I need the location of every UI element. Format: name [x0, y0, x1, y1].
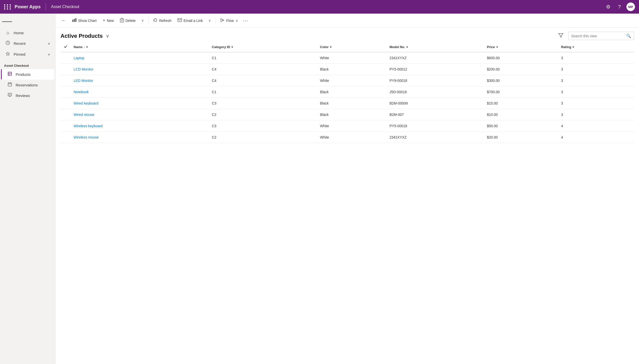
recent-chevron-icon: ∨	[48, 42, 50, 45]
table-row: LED Monitor C4 White PY9-00018 $300.00 3	[60, 75, 634, 86]
row-checkbox[interactable]	[60, 52, 71, 64]
price-column-header[interactable]: Price ∨	[484, 42, 558, 52]
row-checkbox[interactable]	[60, 98, 71, 109]
model-no-column-header[interactable]: Model No. ∨	[386, 42, 484, 52]
row-checkbox[interactable]	[60, 86, 71, 98]
color-column-header[interactable]: Color ∨	[317, 42, 387, 52]
row-rating: 3	[558, 98, 634, 109]
category-id-column-header[interactable]: Category ID ∨	[209, 42, 317, 52]
name-sort-asc-icon: ↑	[83, 46, 85, 49]
view-header: Active Products ∨ 🔍	[55, 28, 639, 42]
row-price: $50.00	[484, 120, 558, 132]
sidebar-pinned-label: Pinned	[14, 52, 45, 56]
filter-icon[interactable]	[558, 33, 563, 39]
row-name[interactable]: LCD Monitor	[71, 64, 209, 75]
row-color: White	[317, 75, 387, 86]
email-link-button[interactable]: Email a Link	[175, 17, 205, 24]
name-col-label: Name	[74, 45, 82, 49]
search-input[interactable]	[571, 34, 624, 38]
row-category-id: C2	[209, 109, 317, 120]
table-row: Wired mouse C2 Black B2M-007 $10.00 3	[60, 109, 634, 120]
row-price: $20.00	[484, 132, 558, 143]
svg-rect-15	[120, 19, 124, 22]
home-icon: ⌂	[5, 30, 11, 36]
view-title: Active Products	[60, 33, 103, 39]
view-title-chevron-icon[interactable]: ∨	[106, 33, 109, 39]
email-dropdown-button[interactable]: ∨	[206, 17, 213, 24]
top-bar: Power Apps Asset Checkout ⚙ ? MP	[0, 0, 639, 14]
row-name[interactable]: Notebook	[71, 86, 209, 98]
row-name[interactable]: Wired mouse	[71, 109, 209, 120]
rating-sort-icon: ∨	[572, 45, 574, 49]
flow-label: Flow	[226, 19, 234, 23]
category-sort-icon: ∨	[231, 45, 233, 49]
row-color: White	[317, 52, 387, 64]
show-chart-label: Show Chart	[78, 19, 97, 23]
sidebar-products-label: Products	[16, 72, 31, 77]
content-area: ← Show Chart + New	[55, 14, 639, 364]
row-name[interactable]: Laptop	[71, 52, 209, 64]
delete-dropdown-button[interactable]: ∨	[139, 17, 146, 24]
main-layout: ⌂ Home Recent ∨ Pinned ∨ Asset Checkout	[0, 14, 639, 364]
svg-marker-23	[559, 34, 563, 37]
row-name[interactable]: LED Monitor	[71, 75, 209, 86]
row-rating: 3	[558, 52, 634, 64]
name-col-chevron-icon: ∨	[86, 45, 88, 49]
row-price: $200.00	[484, 64, 558, 75]
new-button[interactable]: + New	[100, 16, 116, 25]
more-options-button[interactable]: ⋯	[241, 17, 250, 25]
svg-rect-9	[8, 93, 12, 96]
sidebar-item-recent[interactable]: Recent ∨	[1, 38, 54, 49]
search-box[interactable]: 🔍	[568, 32, 634, 40]
delete-label: Delete	[126, 19, 136, 23]
help-icon[interactable]: ?	[615, 3, 623, 11]
settings-icon[interactable]: ⚙	[604, 3, 612, 11]
row-name[interactable]: Wireless keyboard	[71, 120, 209, 132]
hamburger-menu-button[interactable]	[2, 17, 12, 27]
row-category-id: C1	[209, 86, 317, 98]
row-price: $600.00	[484, 52, 558, 64]
row-price: $15.00	[484, 98, 558, 109]
row-color: Black	[317, 64, 387, 75]
sidebar-item-reservations[interactable]: Reservations	[1, 80, 54, 90]
sidebar-item-home[interactable]: ⌂ Home	[1, 28, 54, 38]
name-column-header[interactable]: Name ↑ ∨	[71, 42, 209, 52]
table-row: LCD Monitor C4 Black PY5-00012 $200.00 3	[60, 64, 634, 75]
row-price: $700.00	[484, 86, 558, 98]
row-name[interactable]: Wired keyboard	[71, 98, 209, 109]
row-checkbox[interactable]	[60, 109, 71, 120]
model-col-label: Model No.	[389, 45, 405, 49]
brand-name: Power Apps	[15, 4, 41, 10]
row-color: Black	[317, 86, 387, 98]
price-col-label: Price	[487, 45, 495, 49]
row-name[interactable]: Wireless mouse	[71, 132, 209, 143]
top-bar-divider	[46, 3, 46, 10]
row-checkbox[interactable]	[60, 132, 71, 143]
sidebar-item-reviews[interactable]: Reviews	[1, 90, 54, 101]
sidebar-item-products[interactable]: Products	[1, 69, 54, 80]
new-label: New	[107, 19, 114, 23]
row-model-no: PY5-00018	[386, 120, 484, 132]
row-rating: 4	[558, 132, 634, 143]
delete-button[interactable]: Delete	[117, 16, 138, 25]
apps-grid-icon[interactable]	[4, 4, 12, 10]
row-price: $10.00	[484, 109, 558, 120]
email-link-label: Email a Link	[184, 19, 203, 23]
row-color: White	[317, 132, 387, 143]
price-sort-icon: ∨	[496, 45, 498, 49]
row-checkbox[interactable]	[60, 64, 71, 75]
row-checkbox[interactable]	[60, 75, 71, 86]
rating-column-header[interactable]: Rating ∨	[558, 42, 634, 52]
back-button[interactable]: ←	[59, 17, 68, 25]
refresh-button[interactable]: Refresh	[150, 16, 174, 25]
sidebar-item-pinned[interactable]: Pinned ∨	[1, 49, 54, 60]
svg-rect-1	[8, 72, 12, 76]
table-row: Wired keyboard C3 Black B2M-00009 $15.00…	[60, 98, 634, 109]
avatar[interactable]: MP	[626, 3, 635, 11]
flow-button[interactable]: Flow ∨	[218, 16, 240, 25]
row-checkbox[interactable]	[60, 120, 71, 132]
select-all-column[interactable]	[60, 42, 71, 52]
show-chart-button[interactable]: Show Chart	[70, 16, 99, 25]
svg-rect-12	[72, 20, 73, 22]
sidebar-home-label: Home	[14, 31, 50, 35]
